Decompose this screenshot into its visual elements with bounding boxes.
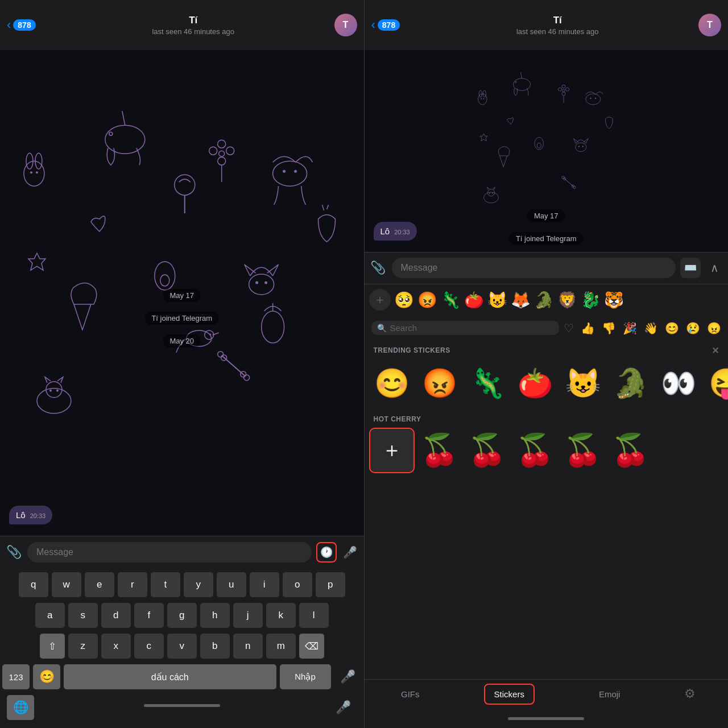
thumbsdown-reaction-icon[interactable]: 👎 (602, 321, 616, 335)
svg-point-11 (218, 157, 226, 165)
thumbsup-reaction-icon[interactable]: 👍 (581, 321, 595, 335)
hot-cherry-sticker-1[interactable]: 🍒 (417, 428, 462, 473)
key-k[interactable]: k (266, 603, 296, 628)
sticker-search-box[interactable]: 🔍 Search (371, 321, 560, 335)
quick-sticker-3[interactable]: 🦎 (441, 291, 461, 309)
right-chat-bg: May 17 Tí joined Telegram May 20 Lô 20:3… (365, 50, 729, 252)
key-y[interactable]: y (184, 572, 213, 597)
key-z[interactable]: z (68, 634, 98, 659)
quick-sticker-5[interactable]: 😺 (487, 291, 507, 309)
tab-emoji[interactable]: Emoji (590, 685, 630, 704)
settings-gear-icon[interactable]: ⚙ (684, 686, 700, 702)
key-x[interactable]: x (101, 634, 131, 659)
key-f[interactable]: f (134, 603, 164, 628)
trending-sticker-1[interactable]: 😊 (369, 361, 415, 406)
key-g[interactable]: g (167, 603, 197, 628)
emoji-button[interactable]: 🕐 (316, 542, 337, 562)
hot-cherry-sticker-5[interactable]: 🍒 (608, 428, 653, 473)
quick-sticker-2[interactable]: 😡 (417, 291, 437, 309)
smiley-reaction-icon[interactable]: 😊 (665, 321, 679, 335)
right-avatar[interactable]: T (698, 14, 721, 36)
trending-close-button[interactable]: ✕ (712, 345, 719, 356)
key-l[interactable]: l (299, 603, 329, 628)
sad-reaction-icon[interactable]: 😢 (686, 321, 700, 335)
key-w[interactable]: w (52, 572, 81, 597)
tab-gifs[interactable]: GIFs (392, 685, 429, 704)
add-pack-button[interactable]: ＋ (369, 428, 415, 473)
key-r[interactable]: r (118, 572, 147, 597)
key-d[interactable]: d (101, 603, 131, 628)
quick-sticker-1[interactable]: 🥺 (394, 291, 414, 309)
svg-point-10 (218, 140, 226, 148)
key-o[interactable]: o (283, 572, 312, 597)
angry-reaction-icon[interactable]: 😠 (707, 321, 721, 335)
joined-message: Tí joined Telegram (144, 312, 219, 325)
return-key[interactable]: Nhập (280, 664, 331, 689)
key-i[interactable]: i (250, 572, 279, 597)
trending-stickers-section: TRENDING STICKERS ✕ 😊 😡 🦎 🍅 😺 🐊 👀 😝 🦊 (365, 341, 729, 411)
svg-point-43 (489, 193, 490, 194)
trending-sticker-5[interactable]: 😺 (560, 361, 606, 406)
trending-sticker-6[interactable]: 🐊 (608, 361, 653, 406)
key-b[interactable]: b (200, 634, 230, 659)
right-message-input[interactable] (392, 258, 676, 278)
numbers-key[interactable]: 123 (2, 664, 30, 689)
key-t[interactable]: t (151, 572, 180, 597)
key-p[interactable]: p (316, 572, 345, 597)
hot-cherry-sticker-4[interactable]: 🍒 (560, 428, 606, 473)
right-joined-message: Tí joined Telegram (509, 232, 584, 245)
quick-sticker-9[interactable]: 🐉 (581, 291, 601, 309)
backspace-key[interactable]: ⌫ (299, 634, 324, 659)
hot-cherry-sticker-3[interactable]: 🍒 (512, 428, 558, 473)
collapse-button[interactable]: ∧ (705, 259, 723, 277)
key-j[interactable]: j (233, 603, 263, 628)
shift-key[interactable]: ⇧ (40, 634, 65, 659)
quick-sticker-6[interactable]: 🦊 (511, 291, 531, 309)
quick-sticker-8[interactable]: 🦁 (557, 291, 577, 309)
key-u[interactable]: u (217, 572, 246, 597)
quick-sticker-10[interactable]: 🐯 (604, 291, 624, 309)
left-back-button[interactable]: ‹ 878 (7, 18, 52, 32)
attach-button[interactable]: 📎 (5, 543, 23, 561)
trending-sticker-4[interactable]: 🍅 (512, 361, 558, 406)
emoji-key[interactable]: 😊 (33, 664, 60, 689)
keyboard-toggle-button[interactable]: ⌨️ (680, 258, 701, 278)
trending-sticker-2[interactable]: 😡 (417, 361, 462, 406)
mic-button[interactable]: 🎤 (341, 543, 359, 561)
wave-reaction-icon[interactable]: 👋 (644, 321, 658, 335)
svg-point-16 (175, 175, 195, 195)
hot-cherry-sticker-2[interactable]: 🍒 (465, 428, 510, 473)
key-m[interactable]: m (266, 634, 296, 659)
key-c[interactable]: c (134, 634, 164, 659)
quick-sticker-4[interactable]: 🍅 (464, 291, 484, 309)
mic-key-bottom[interactable]: 🎤 (330, 695, 357, 720)
quick-sticker-7[interactable]: 🐊 (534, 291, 554, 309)
key-a[interactable]: a (35, 603, 65, 628)
key-v[interactable]: v (167, 634, 197, 659)
key-q[interactable]: q (19, 572, 48, 597)
tab-stickers[interactable]: Stickers (484, 684, 535, 705)
svg-point-27 (218, 351, 224, 357)
trending-sticker-3[interactable]: 🦎 (465, 361, 510, 406)
add-sticker-pack-button[interactable]: ＋ (369, 289, 391, 311)
right-attach-button[interactable]: 📎 (369, 259, 387, 277)
trending-sticker-7[interactable]: 👀 (656, 361, 701, 406)
key-n[interactable]: n (233, 634, 263, 659)
globe-key[interactable]: 🌐 (7, 695, 34, 720)
party-reaction-icon[interactable]: 🎉 (623, 321, 637, 335)
hot-cherry-section: HOT CHERRY ＋ 🍒 🍒 🍒 🍒 🍒 (365, 411, 729, 478)
left-header-center: Tí last seen 46 minutes ago (52, 15, 334, 36)
right-back-button[interactable]: ‹ 878 (371, 18, 417, 32)
keyboard-mic-key[interactable]: 🎤 (334, 664, 362, 689)
key-e[interactable]: e (85, 572, 114, 597)
right-chat-subtitle: last seen 46 minutes ago (516, 27, 599, 36)
right-date-separator-1: May 17 (527, 209, 565, 222)
space-key[interactable]: dấu cách (64, 664, 276, 689)
left-avatar[interactable]: T (334, 14, 357, 36)
message-input[interactable] (27, 542, 312, 562)
trending-sticker-8[interactable]: 😝 (704, 361, 729, 406)
key-h[interactable]: h (200, 603, 230, 628)
heart-reaction-icon[interactable]: ♡ (564, 321, 574, 335)
svg-point-68 (573, 187, 575, 189)
key-s[interactable]: s (68, 603, 98, 628)
